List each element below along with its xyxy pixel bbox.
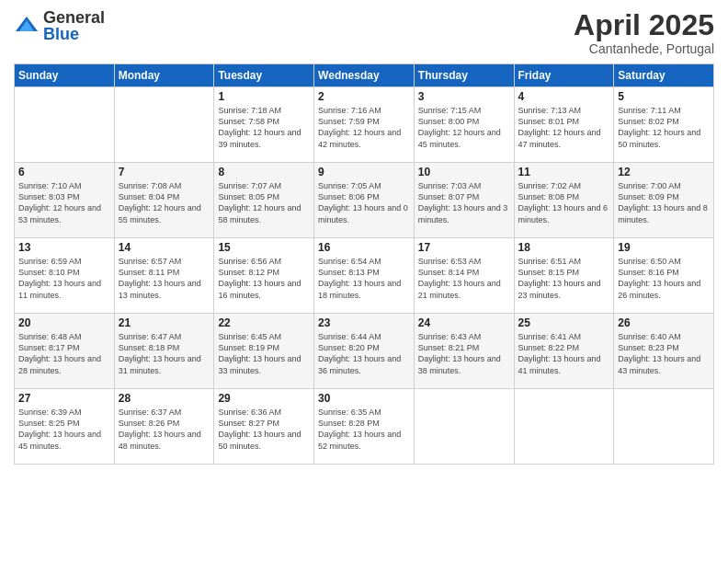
day-cell: 17Sunrise: 6:53 AM Sunset: 8:14 PM Dayli… [414,238,514,314]
day-cell: 6Sunrise: 7:10 AM Sunset: 8:03 PM Daylig… [15,163,115,238]
day-number: 20 [18,316,110,329]
week-row-2: 6Sunrise: 7:10 AM Sunset: 8:03 PM Daylig… [15,163,714,238]
day-cell: 29Sunrise: 6:36 AM Sunset: 8:27 PM Dayli… [214,389,314,465]
day-number: 4 [518,90,610,103]
week-row-5: 27Sunrise: 6:39 AM Sunset: 8:25 PM Dayli… [15,389,714,465]
day-info: Sunrise: 6:47 AM Sunset: 8:18 PM Dayligh… [119,331,210,376]
day-cell: 3Sunrise: 7:15 AM Sunset: 8:00 PM Daylig… [414,87,514,163]
day-number: 19 [618,241,710,254]
day-info: Sunrise: 6:44 AM Sunset: 8:20 PM Dayligh… [318,331,410,376]
day-info: Sunrise: 6:39 AM Sunset: 8:25 PM Dayligh… [18,407,110,452]
header: General Blue April 2025 Cantanhede, Port… [14,9,714,56]
day-info: Sunrise: 7:15 AM Sunset: 8:00 PM Dayligh… [418,105,510,150]
day-cell: 10Sunrise: 7:03 AM Sunset: 8:07 PM Dayli… [414,163,514,238]
weekday-header-tuesday: Tuesday [214,64,314,87]
day-info: Sunrise: 6:53 AM Sunset: 8:14 PM Dayligh… [418,256,510,301]
day-info: Sunrise: 7:18 AM Sunset: 7:58 PM Dayligh… [218,105,310,150]
day-cell: 18Sunrise: 6:51 AM Sunset: 8:15 PM Dayli… [514,238,614,314]
day-number: 14 [119,241,210,254]
day-info: Sunrise: 6:45 AM Sunset: 8:19 PM Dayligh… [218,331,310,376]
day-info: Sunrise: 6:37 AM Sunset: 8:26 PM Dayligh… [119,407,210,452]
calendar-table: SundayMondayTuesdayWednesdayThursdayFrid… [14,63,714,465]
day-number: 6 [18,166,110,178]
logo: General Blue [14,9,105,42]
day-cell: 25Sunrise: 6:41 AM Sunset: 8:22 PM Dayli… [514,314,614,389]
day-info: Sunrise: 6:35 AM Sunset: 8:28 PM Dayligh… [318,407,410,452]
month-title: April 2025 [574,9,714,41]
logo-blue: Blue [43,26,105,42]
day-info: Sunrise: 7:05 AM Sunset: 8:06 PM Dayligh… [318,180,410,225]
day-info: Sunrise: 6:57 AM Sunset: 8:11 PM Dayligh… [119,256,210,301]
day-number: 11 [518,166,610,178]
day-cell: 7Sunrise: 7:08 AM Sunset: 8:04 PM Daylig… [114,163,214,238]
day-info: Sunrise: 6:51 AM Sunset: 8:15 PM Dayligh… [518,256,610,301]
day-info: Sunrise: 7:02 AM Sunset: 8:08 PM Dayligh… [518,180,610,225]
day-cell: 4Sunrise: 7:13 AM Sunset: 8:01 PM Daylig… [514,87,614,163]
day-number: 9 [318,166,410,178]
day-cell: 19Sunrise: 6:50 AM Sunset: 8:16 PM Dayli… [614,238,714,314]
day-cell: 8Sunrise: 7:07 AM Sunset: 8:05 PM Daylig… [214,163,314,238]
day-number: 16 [318,241,410,254]
day-cell: 30Sunrise: 6:35 AM Sunset: 8:28 PM Dayli… [314,389,415,465]
day-info: Sunrise: 6:59 AM Sunset: 8:10 PM Dayligh… [18,256,110,301]
day-cell: 21Sunrise: 6:47 AM Sunset: 8:18 PM Dayli… [114,314,214,389]
day-cell: 11Sunrise: 7:02 AM Sunset: 8:08 PM Dayli… [514,163,614,238]
page: General Blue April 2025 Cantanhede, Port… [0,0,728,563]
week-row-1: 1Sunrise: 7:18 AM Sunset: 7:58 PM Daylig… [15,87,714,163]
day-cell: 2Sunrise: 7:16 AM Sunset: 7:59 PM Daylig… [314,87,415,163]
location-subtitle: Cantanhede, Portugal [574,41,714,56]
day-info: Sunrise: 6:43 AM Sunset: 8:21 PM Dayligh… [418,331,510,376]
day-number: 22 [218,316,310,329]
day-number: 23 [318,316,410,329]
day-cell: 27Sunrise: 6:39 AM Sunset: 8:25 PM Dayli… [15,389,115,465]
day-number: 1 [218,90,310,103]
weekday-header-friday: Friday [514,64,614,87]
day-info: Sunrise: 7:16 AM Sunset: 7:59 PM Dayligh… [318,105,410,150]
day-cell: 23Sunrise: 6:44 AM Sunset: 8:20 PM Dayli… [314,314,415,389]
day-info: Sunrise: 7:08 AM Sunset: 8:04 PM Dayligh… [119,180,210,225]
day-number: 27 [18,392,110,405]
day-cell [514,389,614,465]
weekday-header-sunday: Sunday [15,64,115,87]
day-info: Sunrise: 7:03 AM Sunset: 8:07 PM Dayligh… [418,180,510,225]
day-cell: 24Sunrise: 6:43 AM Sunset: 8:21 PM Dayli… [414,314,514,389]
day-info: Sunrise: 7:07 AM Sunset: 8:05 PM Dayligh… [218,180,310,225]
day-info: Sunrise: 6:41 AM Sunset: 8:22 PM Dayligh… [518,331,610,376]
day-cell: 28Sunrise: 6:37 AM Sunset: 8:26 PM Dayli… [114,389,214,465]
day-cell: 5Sunrise: 7:11 AM Sunset: 8:02 PM Daylig… [614,87,714,163]
day-number: 28 [119,392,210,405]
weekday-header-monday: Monday [114,64,214,87]
day-number: 10 [418,166,510,178]
weekday-header-wednesday: Wednesday [314,64,415,87]
day-cell [114,87,214,163]
day-cell: 12Sunrise: 7:00 AM Sunset: 8:09 PM Dayli… [614,163,714,238]
day-number: 29 [218,392,310,405]
logo-general: General [43,9,105,26]
weekday-header-saturday: Saturday [614,64,714,87]
logo-icon [14,13,40,39]
day-info: Sunrise: 6:56 AM Sunset: 8:12 PM Dayligh… [218,256,310,301]
day-number: 13 [18,241,110,254]
day-info: Sunrise: 6:48 AM Sunset: 8:17 PM Dayligh… [18,331,110,376]
day-cell: 14Sunrise: 6:57 AM Sunset: 8:11 PM Dayli… [114,238,214,314]
day-info: Sunrise: 7:11 AM Sunset: 8:02 PM Dayligh… [618,105,710,150]
day-info: Sunrise: 7:00 AM Sunset: 8:09 PM Dayligh… [618,180,710,225]
day-cell: 26Sunrise: 6:40 AM Sunset: 8:23 PM Dayli… [614,314,714,389]
day-cell: 1Sunrise: 7:18 AM Sunset: 7:58 PM Daylig… [214,87,314,163]
title-block: April 2025 Cantanhede, Portugal [574,9,714,56]
weekday-header-row: SundayMondayTuesdayWednesdayThursdayFrid… [15,64,714,87]
day-info: Sunrise: 6:36 AM Sunset: 8:27 PM Dayligh… [218,407,310,452]
day-number: 25 [518,316,610,329]
day-cell: 22Sunrise: 6:45 AM Sunset: 8:19 PM Dayli… [214,314,314,389]
day-cell: 15Sunrise: 6:56 AM Sunset: 8:12 PM Dayli… [214,238,314,314]
day-info: Sunrise: 6:40 AM Sunset: 8:23 PM Dayligh… [618,331,710,376]
day-cell [414,389,514,465]
logo-text: General Blue [43,9,105,42]
day-cell [15,87,115,163]
day-number: 21 [119,316,210,329]
day-cell: 9Sunrise: 7:05 AM Sunset: 8:06 PM Daylig… [314,163,415,238]
day-number: 8 [218,166,310,178]
day-number: 2 [318,90,410,103]
day-info: Sunrise: 7:13 AM Sunset: 8:01 PM Dayligh… [518,105,610,150]
day-number: 18 [518,241,610,254]
